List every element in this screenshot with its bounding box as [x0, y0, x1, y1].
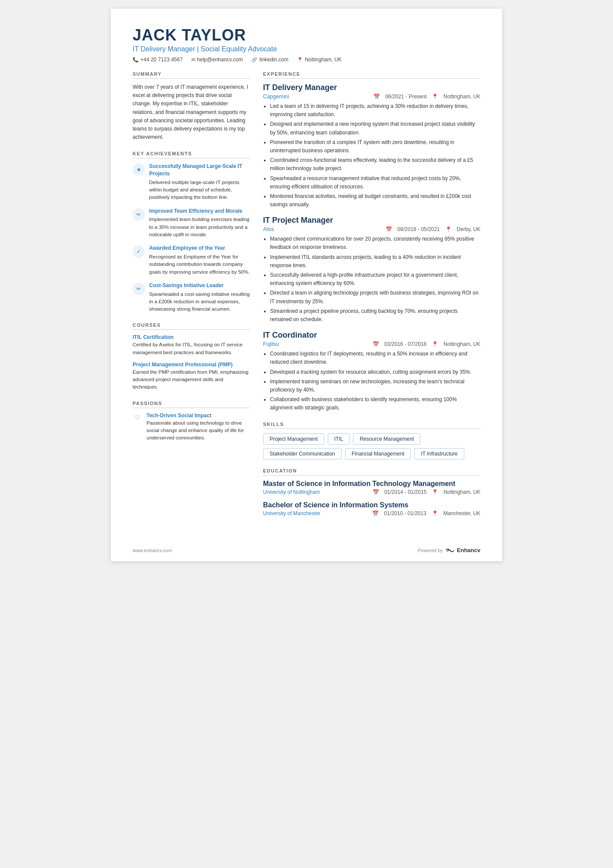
course-desc: Earned the PMP certification from PMI, e… — [133, 369, 250, 391]
calendar-icon: 📅 — [373, 94, 380, 100]
edu-degree: Master of Science in Information Technol… — [263, 480, 480, 488]
job-meta: Fujitsu 📅 03/2016 - 07/2018 📍 Nottingham… — [263, 341, 480, 347]
course-item: Project Management Professional (PMP) Ea… — [133, 362, 250, 391]
job-item: IT Project Manager Atos 📅 08/2018 - 05/2… — [263, 216, 480, 324]
job-bullets: Managed client communications for over 2… — [263, 235, 480, 324]
edu-date-loc: 📅 01/2014 - 01/2015 📍 Nottingham, UK — [373, 489, 480, 495]
course-title: Project Management Professional (PMP) — [133, 362, 250, 368]
summary-text: With over 7 years of IT management exper… — [133, 83, 250, 141]
location-icon: 📍 — [432, 94, 438, 100]
skill-tag: ITIL — [328, 433, 350, 445]
skills-section-title: SKILLS — [263, 422, 480, 429]
achievement-icon: ✏ — [133, 283, 145, 295]
brand-name: Enhancv — [457, 547, 480, 553]
contact-linkedin: 🔗 linkedin.com — [251, 57, 288, 63]
passion-content: Tech-Driven Social Impact Passionate abo… — [147, 412, 250, 442]
job-bullet: Pioneered the transition of a complex IT… — [270, 138, 480, 155]
job-bullet: Collaborated with business stakeholders … — [270, 395, 480, 412]
left-column: SUMMARY With over 7 years of IT manageme… — [133, 71, 250, 523]
achievement-icon: ★ — [133, 164, 145, 176]
job-bullet: Implemented training seminars on new tec… — [270, 378, 480, 394]
job-title: IT Coordinator — [263, 331, 480, 340]
education-item: Master of Science in Information Technol… — [263, 480, 480, 495]
contact-phone: 📞 +44 20 7123 4567 — [133, 57, 183, 63]
achievement-item: ✓ Awarded Employee of the Year Recognise… — [133, 245, 250, 276]
job-bullet: Implemented ITIL standards across projec… — [270, 253, 480, 270]
achievements-list: ★ Successfully Managed Large-Scale IT Pr… — [133, 163, 250, 313]
powered-by-text: Powered by — [418, 548, 443, 553]
job-meta: Capgemini 📅 06/2021 - Present 📍 Nottingh… — [263, 94, 480, 100]
key-achievements-section-title: KEY ACHIEVEMENTS — [133, 151, 250, 158]
achievement-content: Successfully Managed Large-Scale IT Proj… — [149, 163, 250, 201]
job-bullet: Streamlined a project pipeline process, … — [270, 307, 480, 324]
job-bullet: Monitored financial activities, meeting … — [270, 192, 480, 209]
job-date-loc: 📅 08/2018 - 05/2021 📍 Derby, UK — [386, 226, 480, 232]
skill-tag: Stakeholder Communication — [263, 448, 342, 459]
achievement-icon: ✏ — [133, 208, 145, 221]
edu-school: University of Nottingham — [263, 489, 320, 495]
achievement-item: ✏ Improved Team Efficiency and Morale Im… — [133, 208, 250, 239]
location-icon: 📍 — [445, 226, 452, 232]
email-value: help@enhancv.com — [197, 57, 243, 63]
link-icon: 🔗 — [251, 57, 257, 63]
passion-item: ♡ Tech-Driven Social Impact Passionate a… — [133, 412, 250, 442]
job-bullets: Coordinated logistics for IT deployments… — [263, 350, 480, 412]
location-icon: 📍 — [432, 341, 438, 347]
job-bullet: Led a team of 15 in delivering IT projec… — [270, 102, 480, 119]
education-section-title: EDUCATION — [263, 468, 480, 476]
skill-tag: Financial Management — [345, 448, 411, 459]
job-bullet: Directed a team in aligning technology p… — [270, 289, 480, 305]
achievement-content: Awarded Employee of the Year Recognised … — [149, 245, 250, 276]
achievement-desc: Spearheaded a cost-saving initiative res… — [149, 291, 250, 313]
skill-tag: Resource Management — [353, 433, 420, 445]
footer: www.enhancv.com Powered by Enhancv — [133, 547, 480, 553]
footer-url: www.enhancv.com — [133, 548, 172, 553]
candidate-title: IT Delivery Manager | Social Equality Ad… — [133, 45, 480, 53]
candidate-name: JACK TAYLOR — [133, 26, 480, 44]
passions-section-title: PASSIONS — [133, 401, 250, 408]
phone-icon: 📞 — [133, 57, 139, 63]
edu-meta: University of Nottingham 📅 01/2014 - 01/… — [263, 489, 480, 495]
passion-desc: Passionate about using technology to dri… — [147, 419, 250, 442]
skill-tag: IT Infrastructure — [414, 448, 464, 459]
course-title: ITIL Certification — [133, 334, 250, 340]
job-title: IT Project Manager — [263, 216, 480, 225]
course-item: ITIL Certification Certified by Axelos f… — [133, 334, 250, 356]
job-company: Atos — [263, 226, 274, 232]
passion-icon: ♡ — [133, 413, 142, 422]
achievement-item: ★ Successfully Managed Large-Scale IT Pr… — [133, 163, 250, 201]
calendar-icon: 📅 — [373, 341, 379, 347]
edu-degree: Bachelor of Science in Information Syste… — [263, 501, 480, 509]
contact-location: 📍 Nottingham, UK — [297, 57, 342, 63]
edu-meta: University of Manchester 📅 01/2010 - 01/… — [263, 510, 480, 516]
courses-section-title: COURSES — [133, 322, 250, 330]
job-bullet: Managed client communications for over 2… — [270, 235, 480, 251]
achievement-content: Cost-Savings Initiative Leader Spearhead… — [149, 282, 250, 313]
job-date-loc: 📅 06/2021 - Present 📍 Nottingham, UK — [373, 94, 480, 100]
passions-list: ♡ Tech-Driven Social Impact Passionate a… — [133, 412, 250, 442]
main-layout: SUMMARY With over 7 years of IT manageme… — [133, 71, 480, 523]
experience-section-title: EXPERIENCE — [263, 71, 480, 79]
achievement-desc: Implemented team-building exercises lead… — [149, 216, 250, 238]
calendar-icon: 📅 — [373, 489, 379, 495]
linkedin-value: linkedin.com — [259, 57, 288, 63]
location-value: Nottingham, UK — [305, 57, 342, 63]
education-list: Master of Science in Information Technol… — [263, 480, 480, 516]
summary-section-title: SUMMARY — [133, 71, 250, 79]
header: JACK TAYLOR IT Delivery Manager | Social… — [133, 26, 480, 63]
location-icon: 📍 — [432, 489, 438, 495]
job-bullet: Coordinated logistics for IT deployments… — [270, 350, 480, 366]
achievement-title: Cost-Savings Initiative Leader — [149, 282, 250, 289]
passion-title: Tech-Driven Social Impact — [147, 412, 250, 419]
footer-brand: Powered by Enhancv — [418, 547, 480, 553]
email-icon: ✉ — [191, 57, 195, 63]
achievement-content: Improved Team Efficiency and Morale Impl… — [149, 208, 250, 239]
job-item: IT Coordinator Fujitsu 📅 03/2016 - 07/20… — [263, 331, 480, 412]
phone-value: +44 20 7123 4567 — [140, 57, 183, 63]
job-date-loc: 📅 03/2016 - 07/2018 📍 Nottingham, UK — [373, 341, 480, 347]
courses-list: ITIL Certification Certified by Axelos f… — [133, 334, 250, 391]
resume-page: JACK TAYLOR IT Delivery Manager | Social… — [111, 9, 502, 561]
location-icon: 📍 — [432, 510, 438, 516]
right-column: EXPERIENCE IT Delivery Manager Capgemini… — [263, 71, 480, 523]
achievement-desc: Recognised as Employee of the Year for o… — [149, 253, 250, 276]
